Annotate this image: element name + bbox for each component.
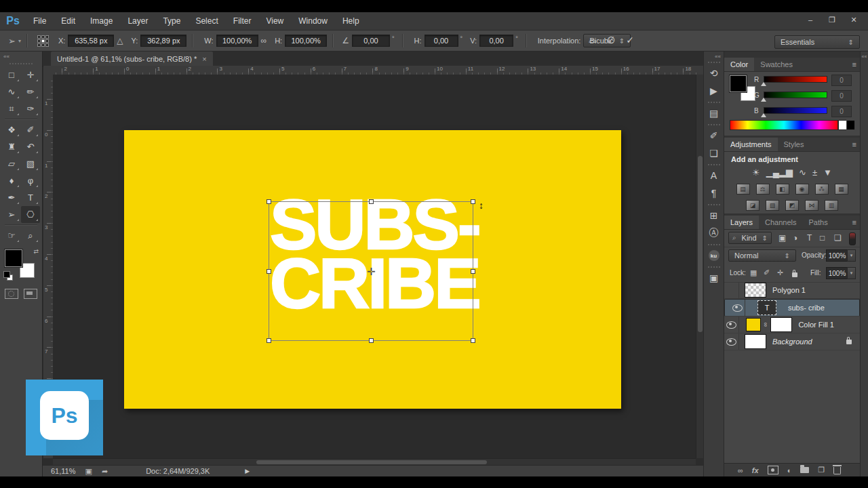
layer-row-subscribe[interactable]: T subs- cribe	[724, 299, 860, 317]
collapse-tools-icon[interactable]: ««	[0, 52, 42, 60]
visibility-cell[interactable]	[730, 300, 745, 316]
layer-row-background[interactable]: Background	[724, 333, 860, 350]
fill-layer-thumbnail[interactable]	[746, 318, 761, 331]
color-lookup-icon[interactable]: ▦	[835, 184, 848, 195]
eye-icon[interactable]	[732, 304, 743, 312]
hand-tool[interactable]: ☞	[2, 227, 21, 244]
invert-icon[interactable]: ◪	[746, 200, 760, 211]
color-balance-icon[interactable]: ⚖	[756, 184, 770, 195]
share-icon[interactable]: ➦	[102, 467, 108, 476]
horizontal-scrollbar-thumb[interactable]	[256, 460, 487, 464]
green-value[interactable]: 0	[831, 90, 852, 102]
layer-comps-panel-icon[interactable]: ⊞	[704, 207, 724, 224]
panel-menu-icon[interactable]: ≡	[852, 60, 856, 68]
rectangular-marquee-tool[interactable]: □	[2, 66, 21, 83]
link-layers-icon[interactable]: ∞	[738, 466, 743, 474]
layer-name[interactable]: Polygon 1	[772, 286, 806, 294]
v-skew-input[interactable]: 0,00	[479, 35, 513, 47]
blend-mode-select[interactable]: Normal ⇕	[728, 249, 796, 262]
green-slider[interactable]	[764, 92, 827, 98]
visibility-cell[interactable]	[724, 282, 739, 298]
document-size-info[interactable]: Doc: 2,64M/929,3K	[146, 467, 210, 475]
threshold-icon[interactable]: ◩	[785, 200, 799, 211]
y-input[interactable]: 362,89 px	[140, 35, 186, 47]
exposure-icon[interactable]: ±	[812, 167, 817, 178]
opacity-dropdown-icon[interactable]: ▾	[847, 249, 856, 262]
h-skew-input[interactable]: 0,00	[425, 35, 458, 47]
quick-mask-icon[interactable]	[5, 289, 18, 299]
transform-reference-point[interactable]: ✛	[367, 266, 376, 278]
collapse-panels-icon[interactable]: ««	[861, 52, 868, 59]
green-slider-marker[interactable]	[761, 98, 766, 102]
filter-kind-select[interactable]: ⌕ Kind ⇕	[728, 232, 772, 244]
clone-stamp-tool[interactable]: ♜	[2, 138, 21, 155]
rotation-input[interactable]: 0,00	[352, 35, 390, 47]
layer-thumbnail[interactable]	[745, 283, 766, 298]
menu-file[interactable]: File	[26, 12, 54, 30]
status-menu-arrow-icon[interactable]: ▶	[245, 468, 250, 474]
tab-swatches[interactable]: Swatches	[754, 58, 799, 71]
height-input[interactable]: 100,00%	[285, 35, 327, 47]
workspace-select[interactable]: Essentials ⇕	[774, 35, 860, 49]
red-value[interactable]: 0	[831, 75, 852, 86]
close-button[interactable]: ✕	[845, 14, 863, 25]
toolbar-grip[interactable]	[9, 63, 33, 64]
curves-icon[interactable]: ∿	[799, 167, 806, 178]
layer-name[interactable]: Color Fill 1	[798, 321, 834, 329]
clone-source-panel-icon[interactable]: ❏	[704, 144, 724, 162]
menu-help[interactable]: Help	[335, 12, 367, 30]
transform-handle[interactable]	[267, 338, 271, 343]
path-selection-tool[interactable]: ➢	[2, 206, 21, 223]
eye-icon[interactable]	[726, 321, 736, 329]
reference-point-locator[interactable]	[37, 35, 49, 47]
close-tab-icon[interactable]: ×	[202, 55, 206, 63]
restore-button[interactable]: ❐	[823, 14, 841, 25]
filter-shape-layers-icon[interactable]: □	[820, 233, 825, 243]
vibrance-icon[interactable]: ▼	[823, 167, 832, 178]
transform-handle[interactable]	[369, 338, 374, 343]
tab-channels[interactable]: Channels	[759, 216, 802, 229]
default-colors-icon[interactable]	[3, 271, 12, 280]
filter-smart-object-icon[interactable]: ❏	[834, 233, 842, 243]
black-white-icon[interactable]: ◧	[776, 184, 789, 195]
blue-value[interactable]: 0	[831, 106, 852, 117]
eye-icon[interactable]	[726, 338, 736, 346]
spectrum-black-swatch[interactable]	[846, 120, 855, 130]
levels-icon[interactable]: ▁▄▂▆	[766, 167, 793, 178]
blue-slider[interactable]	[764, 107, 827, 114]
selective-color-icon[interactable]: ▥	[825, 200, 838, 211]
menu-layer[interactable]: Layer	[120, 12, 155, 30]
history-brush-tool[interactable]: ↶	[21, 138, 40, 155]
zoom-tool[interactable]: ⌕	[21, 227, 40, 244]
transform-handle[interactable]	[267, 199, 271, 204]
character-styles-panel-icon[interactable]: Ⓐ	[704, 224, 724, 242]
filter-pixel-layers-icon[interactable]: ▣	[778, 233, 786, 243]
character-panel-icon[interactable]: A	[704, 167, 724, 184]
panel-menu-icon[interactable]: ≡	[852, 218, 856, 226]
actions-panel-icon[interactable]: ▶	[704, 82, 724, 100]
vertical-scrollbar-thumb[interactable]	[698, 156, 703, 332]
layer-filtering-toggle[interactable]	[849, 232, 856, 245]
lock-all-icon[interactable]	[792, 272, 797, 277]
menu-edit[interactable]: Edit	[54, 12, 83, 30]
hue-saturation-icon[interactable]: ▤	[736, 184, 750, 195]
menu-type[interactable]: Type	[155, 12, 188, 30]
tab-paths[interactable]: Paths	[803, 216, 834, 229]
brightness-contrast-icon[interactable]: ☀	[752, 167, 760, 178]
menu-select[interactable]: Select	[188, 12, 225, 30]
layer-name[interactable]: Background	[772, 338, 812, 346]
photo-filter-icon[interactable]: ◉	[795, 184, 809, 195]
layer-row-color-fill-1[interactable]: ∞ Color Fill 1	[724, 317, 860, 333]
blue-slider-marker[interactable]	[761, 113, 766, 117]
blur-tool[interactable]: ♦	[2, 172, 21, 189]
lock-position-icon[interactable]: ✛	[777, 268, 783, 277]
red-slider[interactable]	[764, 76, 827, 83]
eyedropper-tool[interactable]: ✑	[21, 100, 40, 117]
posterize-icon[interactable]: ▨	[766, 200, 779, 211]
brush-panel-icon[interactable]: ✐	[704, 127, 724, 144]
document-tab[interactable]: Untitled-1 @ 61,1% (subs- cribe, RGB/8) …	[51, 52, 213, 66]
cancel-transform-icon[interactable]: ∅	[607, 35, 615, 45]
live-preview-icon[interactable]: ▣	[85, 467, 92, 476]
tab-layers[interactable]: Layers	[724, 216, 759, 229]
foreground-color-swatch[interactable]	[5, 249, 22, 267]
